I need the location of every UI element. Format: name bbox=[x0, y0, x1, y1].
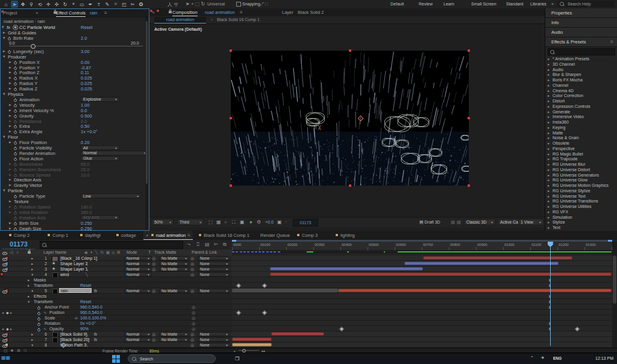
stopwatch-icon[interactable] bbox=[14, 115, 17, 118]
prev-keyframe-icon[interactable]: ◂ bbox=[2, 327, 4, 331]
layer-row-8[interactable]: ▾8Motion Path 3╲◎None▾ bbox=[0, 342, 232, 348]
param-value[interactable]: 0.025 bbox=[81, 81, 92, 86]
exposure-value[interactable]: +0.0 bbox=[265, 220, 274, 224]
twirl-icon[interactable]: ▸ bbox=[548, 136, 550, 140]
track-matte-dropdown[interactable]: No Matte▾ bbox=[159, 267, 189, 271]
layer-duration-bar[interactable] bbox=[338, 289, 612, 292]
tray-pen-icon[interactable]: ✈ bbox=[541, 356, 545, 360]
layer-duration-bar[interactable] bbox=[270, 267, 423, 271]
panel-menu-icon[interactable]: ≡ bbox=[104, 10, 107, 16]
stopwatch-icon[interactable] bbox=[14, 169, 17, 172]
param-value[interactable]: 0.0 bbox=[81, 108, 87, 113]
reset-link[interactable]: Reset bbox=[80, 300, 91, 304]
param-value[interactable]: 0.025 bbox=[81, 75, 92, 81]
pick-whip-icon[interactable]: ◎ bbox=[192, 310, 195, 315]
property-value[interactable]: 960.0,540.0 bbox=[80, 310, 102, 315]
selection-handle[interactable] bbox=[349, 49, 351, 52]
selection-handle[interactable] bbox=[349, 184, 351, 187]
blend-mode-dropdown[interactable]: Normal▾ bbox=[124, 262, 152, 266]
effects-category-row[interactable]: ▸Distort bbox=[545, 99, 617, 104]
layer-duration-bar[interactable] bbox=[232, 343, 272, 347]
property-value[interactable]: 960.0,540.0 bbox=[80, 305, 102, 309]
fast-previews-icon[interactable]: ⚙ bbox=[257, 219, 261, 225]
effects-category-row[interactable]: ▸Boris FX Mocha bbox=[545, 78, 617, 83]
timeline-tab-daylihgt[interactable]: daylihgt bbox=[77, 231, 103, 239]
stopwatch-icon[interactable] bbox=[14, 125, 17, 128]
twirl-icon[interactable]: ▾ bbox=[3, 92, 5, 96]
twirl-icon[interactable]: ▸ bbox=[548, 220, 550, 225]
effects-category-row[interactable]: ▸Channel bbox=[545, 83, 617, 89]
param-value[interactable]: 0.00 bbox=[81, 60, 90, 65]
taskbar-search[interactable]: Search bbox=[128, 354, 216, 363]
stopwatch-icon[interactable] bbox=[14, 88, 17, 91]
timeline-search-box[interactable] bbox=[40, 241, 183, 249]
param-value[interactable]: 1.00 bbox=[81, 102, 90, 108]
timeline-tab-lighting[interactable]: lighting bbox=[333, 231, 357, 239]
timeline-tab-render-queue[interactable]: Render Queue bbox=[258, 231, 292, 239]
param-value[interactable]: 0.11 bbox=[81, 70, 89, 75]
snapping-checkbox[interactable] bbox=[236, 2, 241, 7]
keyframe-diamond[interactable] bbox=[339, 327, 344, 331]
twirl-icon[interactable]: ▸ bbox=[28, 283, 30, 288]
quality-switch-icon[interactable]: ╲ bbox=[86, 272, 88, 277]
twirl-icon[interactable]: ▸ bbox=[548, 189, 550, 193]
twirl-icon[interactable]: ▸ bbox=[31, 267, 33, 272]
param-value[interactable]: 0.250 bbox=[81, 226, 92, 231]
property-label[interactable]: Position bbox=[49, 310, 64, 315]
timeline-tab-black-solid-16-comp-1[interactable]: Black Solid 16 Comp 1 bbox=[196, 231, 252, 239]
composition-tab-label[interactable]: Composition bbox=[172, 10, 198, 16]
panel-header-info[interactable]: Info bbox=[545, 18, 617, 28]
snap-options-icon[interactable]: ⤢ ⛶ bbox=[260, 2, 268, 7]
twirl-icon[interactable]: ▸ bbox=[548, 194, 550, 199]
snapshot-icon[interactable]: ▣ bbox=[277, 219, 282, 225]
param-value[interactable]: 0.0 bbox=[81, 119, 87, 124]
twirl-icon[interactable]: ▸ bbox=[9, 172, 11, 177]
twirl-icon[interactable]: ▾ bbox=[2, 25, 4, 30]
track-matte-dropdown[interactable]: No Matte▾ bbox=[159, 256, 189, 260]
pick-whip-icon[interactable]: ◎ bbox=[190, 289, 194, 293]
frame-blending-icon[interactable]: ▤ bbox=[205, 242, 210, 247]
blend-mode-dropdown[interactable]: Normal▾ bbox=[124, 289, 152, 293]
keyframe-diamond[interactable] bbox=[262, 283, 267, 288]
motion-blur-icon[interactable]: ✄ bbox=[214, 242, 218, 247]
effects-category-row[interactable]: ▸RG Universe Motion Graphics bbox=[545, 183, 617, 189]
stopwatch-icon[interactable] bbox=[14, 72, 17, 75]
prev-keyframe-icon[interactable]: ◂ bbox=[2, 310, 4, 315]
dolly-camera-tool[interactable]: ✣ bbox=[53, 1, 60, 8]
twirl-icon[interactable]: ▸ bbox=[548, 83, 550, 88]
layer-duration-bar[interactable] bbox=[270, 272, 612, 276]
panel-menu-icon[interactable]: ≡ bbox=[240, 10, 243, 15]
property-label[interactable]: Rotation bbox=[45, 321, 60, 325]
effects-category-row[interactable]: ▸RG Universe Transitions bbox=[545, 199, 617, 204]
param-dropdown[interactable]: Normal▾ bbox=[81, 151, 148, 155]
property-value[interactable]: 100.0,100.0% bbox=[80, 316, 106, 320]
layer-duration-bar[interactable] bbox=[271, 332, 324, 336]
twirl-icon[interactable]: ▸ bbox=[548, 125, 550, 130]
parent-link-dropdown[interactable]: None▾ bbox=[198, 262, 230, 266]
pick-whip-icon[interactable]: ◎ bbox=[190, 267, 194, 272]
twirl-icon[interactable]: ▸ bbox=[9, 199, 11, 204]
param-value[interactable]: 0.20 bbox=[81, 140, 90, 145]
twirl-icon[interactable]: ▸ bbox=[3, 30, 5, 35]
effects-category-row[interactable]: ▸RG Universe Glow bbox=[545, 178, 617, 183]
taskbar-clock[interactable]: 12:13 PM bbox=[595, 356, 613, 360]
twirl-icon[interactable]: ▸ bbox=[9, 162, 11, 166]
slider-track[interactable] bbox=[9, 46, 143, 46]
blend-mode-dropdown[interactable]: Normal▾ bbox=[124, 337, 152, 342]
workspace-tab-standard[interactable]: Standard bbox=[506, 2, 523, 6]
timeline-tab-cottage[interactable]: cottage bbox=[113, 231, 139, 239]
workspace-tab-review[interactable]: Review bbox=[419, 2, 433, 6]
effects-category-row[interactable]: ▸Obsolete bbox=[545, 141, 617, 146]
effects-category-row[interactable]: ▸Immersive Video bbox=[545, 115, 617, 120]
stopwatch-icon[interactable] bbox=[14, 61, 17, 64]
effects-category-row[interactable]: ▸Simulation bbox=[545, 215, 617, 221]
add-keyframe-icon[interactable]: ◆ bbox=[6, 327, 9, 331]
effects-category-row[interactable]: ▸Generate bbox=[545, 110, 617, 115]
blend-mode-dropdown[interactable]: Normal▾ bbox=[124, 272, 152, 277]
pick-whip-icon[interactable]: ◎ bbox=[190, 337, 194, 342]
layer-row-1[interactable]: ▸1[Black _16 Comp 1]╲Normal▾◎No Matte▾◎N… bbox=[0, 256, 232, 261]
zoom-tool[interactable]: ⚲ bbox=[28, 1, 35, 8]
workspace-tab-learn[interactable]: Learn bbox=[443, 2, 454, 6]
twirl-icon[interactable]: ▸ bbox=[548, 57, 550, 61]
twirl-icon[interactable]: ▸ bbox=[548, 225, 550, 230]
